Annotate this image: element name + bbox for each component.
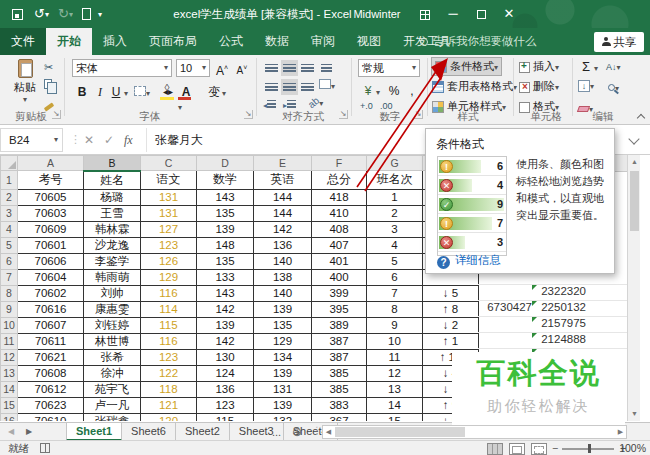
cell-G6[interactable]: 5 [367,253,423,269]
cell-D5[interactable]: 148 [197,237,254,253]
cell-D15[interactable]: 123 [197,397,254,413]
cell-B9[interactable]: 康惠雯 [84,301,141,317]
align-center-button[interactable] [281,79,298,95]
ribbon-options-icon[interactable] [412,0,438,28]
clipboard-dialog-launcher[interactable]: ↘ [52,110,61,119]
tell-me-box[interactable]: 告诉我你想要做什么 [420,28,537,55]
align-middle-button[interactable] [281,60,298,76]
close-icon[interactable]: ✕ [496,0,522,28]
scroll-right-icon[interactable]: ▶ [615,426,626,438]
cell-A9[interactable]: 70616 [18,301,84,317]
cell-C5[interactable]: 123 [141,237,197,253]
shrink-font-button[interactable]: A˅ [234,59,250,77]
cell-E1[interactable]: 英语 [254,171,312,190]
sheet-nav-right-icon[interactable]: ▶ [26,423,32,441]
cell-D10[interactable]: 139 [197,317,254,333]
cell-H8[interactable]: ↓ 5 [423,285,479,301]
cell-C4[interactable]: 127 [141,221,197,237]
normal-view-icon[interactable] [487,443,503,455]
page-layout-view-icon[interactable] [509,443,525,455]
cell-C16[interactable]: 120 [141,413,197,421]
cell-F13[interactable]: 385 [312,365,367,381]
row-header-1[interactable]: 1 [1,171,18,190]
align-top-button[interactable] [263,60,280,76]
cell-G1[interactable]: 班名次 [367,171,423,190]
cell-A7[interactable]: 70604 [18,269,84,285]
scroll-down-icon[interactable]: ▼ [628,407,641,421]
cell-C1[interactable]: 语文 [141,171,197,190]
cell-E14[interactable]: 131 [254,381,312,397]
redo-icon[interactable]: ↻▾ [58,0,73,28]
bold-button[interactable]: B [74,83,90,101]
column-header-C[interactable]: C [141,156,197,171]
cell-A3[interactable]: 70603 [18,205,84,221]
horizontal-scroll-thumb[interactable] [335,427,465,437]
overflow-value-J8[interactable]: 2322320 [531,285,586,297]
insert-cells-button[interactable]: 插入▾ [519,59,559,74]
row-header-3[interactable]: 3 [1,205,18,221]
grow-font-button[interactable]: A˄ [214,59,230,77]
tab-file[interactable]: 文件 [0,28,46,55]
cell-B15[interactable]: 卢一凡 [84,397,141,413]
cell-E8[interactable]: 140 [254,285,312,301]
collapse-ribbon-icon[interactable] [638,111,644,123]
cell-G7[interactable]: 6 [367,269,423,285]
cell-C8[interactable]: 116 [141,285,197,301]
cell-C12[interactable]: 123 [141,349,197,365]
increase-indent-button[interactable]: ▸ [283,98,296,110]
ribbon-tab[interactable]: 数据 [254,28,300,55]
cell-G15[interactable]: 14 [367,397,423,413]
cell-F8[interactable]: 399 [312,285,367,301]
scroll-up-icon[interactable]: ▲ [628,155,641,169]
cell-A14[interactable]: 70612 [18,381,84,397]
tooltip-help-link[interactable]: ?详细信息 [437,253,501,269]
cell-B12[interactable]: 张希 [84,349,141,365]
cell-B8[interactable]: 刘帅 [84,285,141,301]
cell-D8[interactable]: 143 [197,285,254,301]
cell-D9[interactable]: 142 [197,301,254,317]
cell-D3[interactable]: 135 [197,205,254,221]
cell-E6[interactable]: 140 [254,253,312,269]
align-right-button[interactable] [299,79,316,95]
cell-B5[interactable]: 沙龙逸 [84,237,141,253]
font-name-select[interactable]: 宋体▾ [72,59,172,77]
cell-B14[interactable]: 苑宇飞 [84,381,141,397]
cell-E10[interactable]: 135 [254,317,312,333]
cell-F2[interactable]: 418 [312,189,367,205]
sheet-nav-left-icon[interactable]: ◀ [8,423,14,441]
wrap-text-button[interactable] [319,60,334,76]
orientation-button[interactable]: ab▾ [308,96,323,108]
alignment-dialog-launcher[interactable]: ↘ [339,110,348,119]
row-header-13[interactable]: 13 [1,365,18,381]
cell-D16[interactable]: 115 [197,413,254,421]
overflow-value-I9[interactable]: 6730427 [477,301,532,313]
cell-C13[interactable]: 122 [141,365,197,381]
page-break-view-icon[interactable] [531,443,547,455]
cell-A8[interactable]: 70602 [18,285,84,301]
cell-E12[interactable]: 134 [254,349,312,365]
cell-E15[interactable]: 139 [254,397,312,413]
overflow-value-J9[interactable]: 2250132 [531,301,586,313]
cell-E11[interactable]: 129 [254,333,312,349]
cell-G3[interactable]: 2 [367,205,423,221]
column-header-A[interactable]: A [18,156,84,171]
italic-button[interactable]: I [92,83,108,101]
column-header-B[interactable]: B [84,156,141,171]
ribbon-tab[interactable]: 开始 [46,28,92,55]
cell-A15[interactable]: 70623 [18,397,84,413]
comma-format-button[interactable]: , [404,82,420,100]
cell-H10[interactable]: ↓ 2 [423,317,479,333]
cell-G14[interactable]: 13 [367,381,423,397]
overflow-value-J10[interactable]: 2157975 [531,317,586,329]
cell-B1[interactable]: 姓名 [84,171,141,190]
row-header-10[interactable]: 10 [1,317,18,333]
cell-D2[interactable]: 143 [197,189,254,205]
cell-G10[interactable]: 9 [367,317,423,333]
cell-F1[interactable]: 总分 [312,171,367,190]
row-header-7[interactable]: 7 [1,269,18,285]
cell-F14[interactable]: 385 [312,381,367,397]
cell-F12[interactable]: 387 [312,349,367,365]
align-bottom-button[interactable] [299,60,316,76]
percent-format-button[interactable]: % [386,82,402,100]
cell-B13[interactable]: 徐冲 [84,365,141,381]
